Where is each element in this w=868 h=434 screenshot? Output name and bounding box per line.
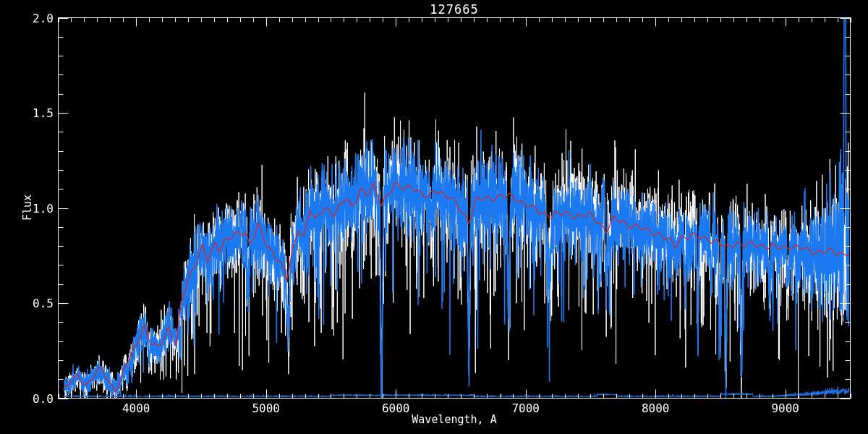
spectrum-plot-canvas [0,0,868,434]
x-tick-label: 4000 [114,401,158,415]
x-tick-label: 5000 [244,401,288,415]
y-tick-label: 0.5 [20,297,54,310]
x-tick-label: 9000 [764,401,807,415]
y-tick-label: 1.5 [20,106,54,120]
y-tick-label: 1.0 [20,202,54,216]
plot-title: 127665 [425,2,483,17]
spectrum-figure: 127665 Flux Wavelength, A 40005000600070… [0,0,868,434]
x-tick-label: 8000 [634,401,677,415]
x-tick-label: 7000 [504,401,548,415]
y-tick-label: 2.0 [20,12,54,25]
x-tick-label: 6000 [374,401,417,415]
y-tick-label: 0.0 [20,392,54,406]
